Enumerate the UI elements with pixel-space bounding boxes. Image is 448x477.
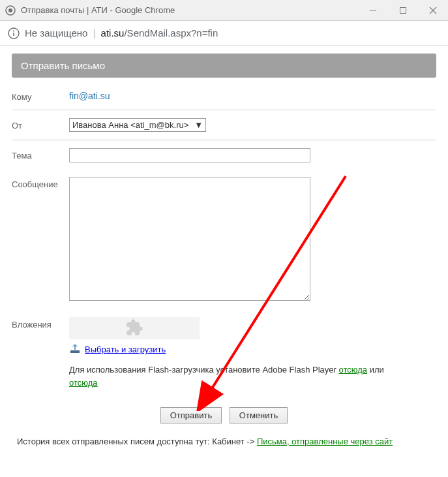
app-icon bbox=[5, 5, 16, 16]
message-label: Сообщение bbox=[12, 177, 69, 303]
url-bar: Не защищено | ati.su/SendMail.aspx?n=fin bbox=[0, 21, 448, 46]
flash-link-1[interactable]: отсюда bbox=[338, 365, 367, 375]
submit-button[interactable]: Отправить bbox=[160, 407, 222, 423]
page-header: Отправить письмо bbox=[12, 54, 436, 78]
flash-placeholder bbox=[69, 317, 200, 339]
flash-install-text: Для использования Flash-загрузчика устан… bbox=[69, 363, 436, 389]
from-select[interactable]: Иванова Анна <ati_m@bk.ru> ▼ bbox=[69, 118, 206, 132]
svg-point-1 bbox=[8, 8, 12, 12]
flash-link-2[interactable]: отсюда bbox=[69, 378, 98, 388]
history-text: История всех отправленных писем доступна… bbox=[12, 437, 436, 446]
minimize-button[interactable] bbox=[358, 0, 388, 21]
window-title: Отправка почты | АТИ - Google Chrome bbox=[21, 5, 358, 15]
puzzle-icon bbox=[125, 318, 143, 339]
chevron-down-icon: ▼ bbox=[190, 120, 203, 130]
close-button[interactable] bbox=[418, 0, 448, 21]
subject-label: Тема bbox=[12, 148, 69, 165]
svg-point-7 bbox=[13, 30, 14, 31]
from-label: От bbox=[12, 118, 69, 132]
message-textarea[interactable] bbox=[69, 177, 310, 301]
to-email: fin@ati.su bbox=[69, 89, 110, 101]
insecure-label: Не защищено bbox=[25, 27, 87, 38]
to-label: Кому bbox=[12, 89, 69, 102]
subject-input[interactable] bbox=[69, 148, 310, 162]
window-titlebar: Отправка почты | АТИ - Google Chrome bbox=[0, 0, 448, 21]
url-text[interactable]: ati.su/SendMail.aspx?n=fin bbox=[101, 27, 218, 38]
cancel-button[interactable]: Отменить bbox=[230, 407, 288, 423]
window-controls bbox=[358, 0, 448, 21]
upload-icon bbox=[69, 343, 81, 356]
select-upload-link[interactable]: Выбрать и загрузить bbox=[85, 345, 166, 354]
svg-rect-3 bbox=[400, 7, 406, 13]
maximize-button[interactable] bbox=[388, 0, 418, 21]
history-link[interactable]: Письма, отправленные через сайт bbox=[257, 437, 393, 446]
info-icon[interactable] bbox=[8, 27, 20, 39]
url-separator: | bbox=[93, 27, 95, 39]
attachments-label: Вложения bbox=[12, 317, 69, 330]
